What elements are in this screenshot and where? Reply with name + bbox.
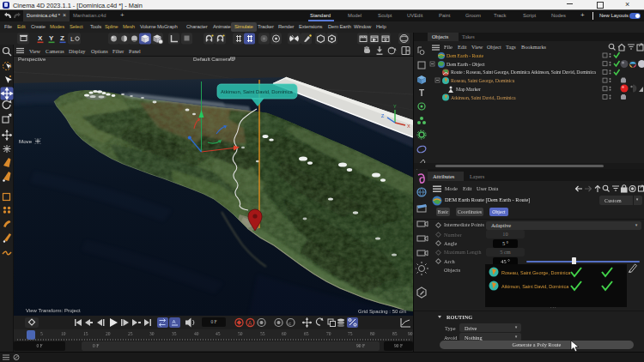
svg-text:X: X (407, 124, 410, 129)
svg-text:Perspective: Perspective (18, 57, 46, 62)
svg-text:L: L (70, 35, 75, 43)
svg-text:Move: Move (19, 138, 33, 144)
svg-text:X: X (38, 34, 43, 42)
svg-text:A: A (248, 320, 252, 326)
svg-text:Y: Y (49, 34, 54, 42)
svg-text:Default Camera: Default Camera (193, 57, 231, 62)
svg-text:Atkinson, Saint David, Dominic: Atkinson, Saint David, Dominica (501, 284, 569, 289)
svg-text:Z: Z (60, 34, 64, 42)
svg-text:T: T (419, 88, 424, 98)
svg-text:A: A (173, 319, 176, 324)
svg-text:Atkinson, Saint David, Dominic: Atkinson, Saint David, Dominica (221, 89, 294, 94)
svg-text:Roseau, Saint George, Dominica: Roseau, Saint George, Dominica (501, 270, 571, 275)
svg-text:Y: Y (393, 104, 397, 109)
svg-text:View Transform: Project: View Transform: Project (26, 308, 81, 313)
svg-text:Grid Spacing : 50 cm: Grid Spacing : 50 cm (358, 309, 406, 314)
svg-text:c: c (289, 321, 291, 326)
